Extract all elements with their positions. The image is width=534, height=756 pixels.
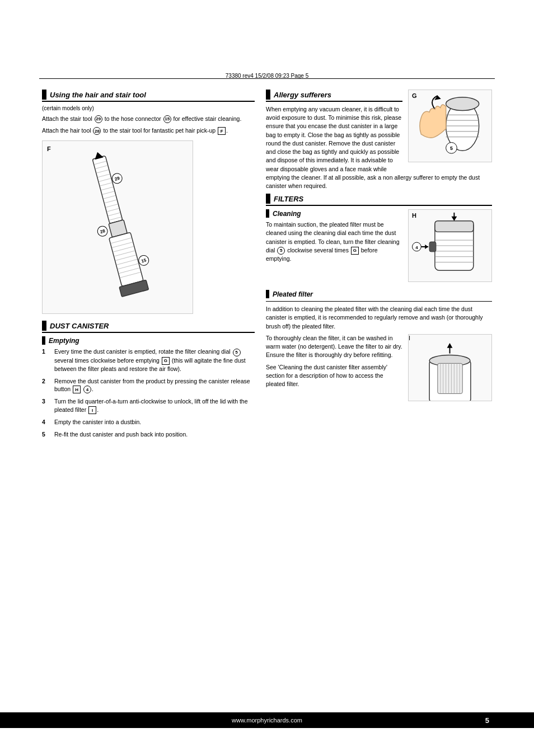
hair-tool-para1: Attach the stair tool 29 to the hose con…: [42, 115, 255, 123]
fig-i-svg: [409, 341, 491, 401]
figure-i-box: I: [408, 334, 492, 401]
doc-header-line: [39, 78, 495, 79]
step-1-text: Every time the dust canister is emptied,…: [54, 348, 255, 373]
fig-f-svg: 29 28: [43, 141, 193, 313]
hair-tool-title: Using the hair and stair tool: [50, 91, 146, 99]
num-29: 29: [95, 115, 102, 123]
hair-tool-para2: Attach the hair tool 28 to the stair too…: [42, 126, 255, 135]
hair-tool-subtitle: (certain models only): [42, 105, 255, 111]
emptying-bar: [42, 336, 45, 345]
fig-f-inline: F: [218, 127, 226, 135]
pleated-title: Pleated filter: [273, 290, 313, 298]
step-2-text: Remove the dust canister from the produc…: [54, 377, 255, 394]
left-column: Using the hair and stair tool (certain m…: [42, 90, 255, 443]
emptying-title: Emptying: [49, 337, 79, 345]
filters-section: FILTERS H: [266, 194, 492, 407]
svg-rect-64: [438, 363, 462, 393]
fig-g-svg: 5: [409, 90, 491, 162]
step-3-num: 3: [42, 397, 51, 414]
num-28: 28: [93, 127, 101, 135]
step-1-num: 1: [42, 348, 51, 373]
step-5-text: Re-fit the dust canister and push back i…: [54, 430, 188, 439]
filters-title: FILTERS: [274, 195, 303, 203]
step-4: 4 Empty the canister into a dustbin.: [42, 418, 255, 426]
allergy-section: G: [266, 90, 492, 194]
dust-canister-bar: [42, 321, 46, 331]
columns-layout: Using the hair and stair tool (certain m…: [42, 90, 492, 443]
pleated-rule: [266, 301, 492, 302]
dust-canister-header: DUST CANISTER: [42, 321, 255, 333]
figure-g-box: G: [408, 90, 492, 162]
svg-point-37: [446, 97, 479, 111]
filters-bar: [266, 194, 270, 204]
bottom-bar: www.morphyrichards.com 5: [0, 712, 534, 728]
dust-canister-section: DUST CANISTER Emptying 1 Every time the …: [42, 321, 255, 438]
svg-text:4: 4: [415, 245, 418, 250]
page-wrapper: 73380 rev4 15/2/08 09:23 Page 5 Using th…: [0, 0, 534, 756]
step-1: 1 Every time the dust canister is emptie…: [42, 348, 255, 373]
cleaning-header: Cleaning: [266, 209, 402, 218]
main-content: Using the hair and stair tool (certain m…: [42, 90, 492, 678]
pleated-text1: In addition to cleaning the pleated filt…: [266, 305, 492, 331]
svg-text:5: 5: [450, 145, 453, 151]
filters-header: FILTERS: [266, 194, 492, 206]
hair-tool-section: Using the hair and stair tool (certain m…: [42, 90, 255, 314]
fig-i-label: I: [409, 335, 410, 341]
emptying-steps: 1 Every time the dust canister is emptie…: [42, 348, 255, 438]
fig-g-label: G: [412, 92, 417, 99]
allergy-title: Allergy sufferers: [274, 91, 331, 99]
svg-rect-54: [429, 242, 436, 252]
fig-f-label: F: [47, 145, 51, 152]
fig-h-label: H: [412, 212, 416, 219]
step-5-num: 5: [42, 430, 51, 439]
step-3-text: Turn the lid quarter-of-a-turn anti-cloc…: [54, 397, 255, 414]
emptying-header: Emptying: [42, 336, 255, 345]
website-text: www.morphyrichards.com: [232, 717, 302, 724]
dust-canister-title: DUST CANISTER: [50, 322, 109, 330]
page-number: 5: [485, 716, 489, 725]
pleated-header: Pleated filter: [266, 290, 492, 298]
step-5: 5 Re-fit the dust canister and push back…: [42, 430, 255, 439]
step-3: 3 Turn the lid quarter-of-a-turn anti-cl…: [42, 397, 255, 414]
hair-tool-header: Using the hair and stair tool: [42, 90, 255, 102]
step-4-text: Empty the canister into a dustbin.: [54, 418, 141, 426]
figure-h-box: H: [408, 209, 492, 282]
fig-h-svg: 4: [409, 210, 491, 281]
cleaning-subsection: H: [266, 209, 492, 288]
pleated-bar: [266, 290, 269, 298]
figure-f-box: F: [42, 140, 193, 314]
cleaning-bar: [266, 209, 269, 218]
step-2-num: 2: [42, 377, 51, 394]
pleated-content: In addition to cleaning the pleated filt…: [266, 305, 492, 407]
allergy-header: Allergy sufferers: [266, 90, 402, 102]
allergy-bar: [266, 90, 270, 100]
hair-tool-bar: [42, 90, 46, 100]
step-4-num: 4: [42, 418, 51, 426]
step-2: 2 Remove the dust canister from the prod…: [42, 377, 255, 394]
num-15: 15: [163, 115, 171, 123]
right-column: G: [266, 90, 492, 443]
svg-rect-48: [435, 221, 474, 232]
cleaning-title: Cleaning: [273, 210, 301, 218]
